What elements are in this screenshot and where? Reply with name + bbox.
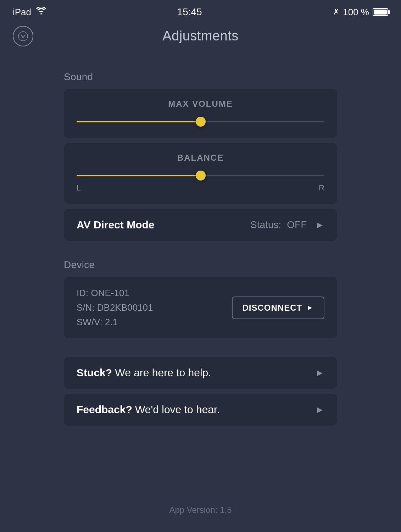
balance-ends: L R (77, 183, 324, 193)
max-volume-track (77, 121, 324, 122)
stuck-chevron-icon: ► (315, 367, 324, 378)
help-section: Stuck? We are here to help. ► Feedback? … (64, 357, 337, 426)
balance-label: BALANCE (77, 153, 324, 163)
back-button[interactable] (13, 26, 33, 46)
max-volume-label: MAX VOLUME (77, 99, 324, 109)
footer: App Version: 1.5 (0, 505, 401, 515)
av-direct-label: AV Direct Mode (77, 219, 250, 231)
header: Adjustments (0, 22, 401, 50)
feedback-bold: Feedback? (77, 404, 132, 415)
status-bar: iPad 15:45 ✗ 100 % (0, 0, 401, 22)
balance-right-label: R (319, 183, 324, 193)
device-section-label: Device (64, 259, 337, 271)
device-id: ID: ONE-101 (77, 288, 153, 299)
av-direct-card[interactable]: AV Direct Mode Status: OFF ► (64, 209, 337, 241)
time-label: 15:45 (177, 6, 202, 18)
av-direct-status-value: OFF (287, 219, 307, 231)
status-left: iPad (13, 7, 46, 18)
disconnect-button[interactable]: DISCONNECT ► (232, 297, 324, 319)
max-volume-thumb[interactable] (196, 117, 206, 127)
feedback-chevron-icon: ► (315, 404, 324, 415)
bluetooth-icon: ✗ (333, 7, 339, 17)
main-content: Sound MAX VOLUME BALANCE L R AV Direct M… (0, 50, 401, 426)
feedback-label: Feedback? We'd love to hear. (77, 404, 315, 416)
svg-point-0 (18, 32, 28, 41)
wifi-icon (36, 7, 46, 17)
stuck-label: Stuck? We are here to help. (77, 367, 315, 379)
balance-track (77, 175, 324, 176)
stuck-bold: Stuck? (77, 367, 112, 378)
sound-section-label: Sound (64, 71, 337, 83)
app-version: App Version: 1.5 (169, 505, 232, 515)
stuck-text: We are here to help. (112, 367, 211, 378)
device-card: ID: ONE-101 S/N: DB2KB00101 SW/V: 2.1 DI… (64, 277, 337, 338)
max-volume-slider[interactable] (77, 117, 324, 127)
max-volume-fill (77, 121, 201, 122)
av-direct-status-label: Status: (250, 219, 281, 231)
feedback-text: We'd love to hear. (132, 404, 220, 415)
feedback-row[interactable]: Feedback? We'd love to hear. ► (64, 394, 337, 426)
battery-icon (373, 8, 388, 16)
disconnect-label: DISCONNECT (243, 303, 302, 313)
disconnect-chevron-icon: ► (306, 304, 314, 312)
page-title: Adjustments (162, 28, 239, 44)
balance-left-label: L (77, 183, 81, 193)
down-icon (18, 31, 28, 41)
av-direct-chevron-icon: ► (315, 220, 324, 231)
balance-slider[interactable] (77, 171, 324, 181)
carrier-label: iPad (13, 7, 31, 18)
device-section: Device ID: ONE-101 S/N: DB2KB00101 SW/V:… (64, 259, 337, 338)
av-direct-row[interactable]: AV Direct Mode Status: OFF ► (64, 209, 337, 241)
device-info: ID: ONE-101 S/N: DB2KB00101 SW/V: 2.1 (77, 288, 153, 328)
device-sn: S/N: DB2KB00101 (77, 302, 153, 313)
stuck-row[interactable]: Stuck? We are here to help. ► (64, 357, 337, 389)
balance-card: BALANCE L R (64, 143, 337, 204)
balance-thumb[interactable] (196, 171, 206, 181)
device-sw: SW/V: 2.1 (77, 317, 153, 328)
balance-fill (77, 175, 201, 176)
battery-percent: 100 % (343, 7, 369, 18)
status-right: ✗ 100 % (333, 7, 388, 18)
max-volume-card: MAX VOLUME (64, 89, 337, 138)
